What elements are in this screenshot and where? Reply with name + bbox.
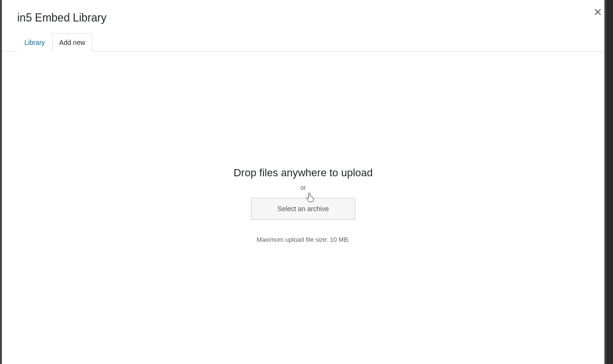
modal-header: in5 Embed Library (2, 0, 604, 24)
scrollbar-track[interactable] (606, 0, 613, 364)
tabs-container: Library Add new (2, 33, 604, 52)
max-upload-size: Maximum upload file size: 10 MB. (257, 236, 350, 243)
modal-dialog: ✕ in5 Embed Library Library Add new Drop… (2, 0, 604, 364)
or-text: or (300, 184, 306, 191)
select-archive-label: Select an archive (277, 205, 328, 213)
drop-heading: Drop files anywhere to upload (233, 167, 372, 179)
tab-add-new-label: Add new (59, 39, 85, 46)
tab-library-label: Library (24, 39, 45, 46)
modal-title: in5 Embed Library (17, 11, 589, 24)
tab-add-new[interactable]: Add new (52, 33, 92, 52)
select-archive-button[interactable]: Select an archive (251, 198, 355, 220)
upload-dropzone[interactable]: Drop files anywhere to upload or Select … (2, 52, 604, 339)
tab-library[interactable]: Library (17, 33, 52, 52)
